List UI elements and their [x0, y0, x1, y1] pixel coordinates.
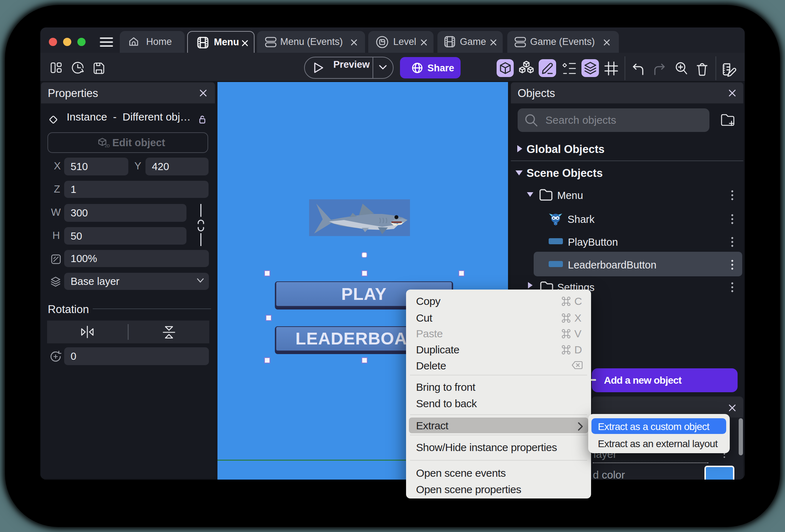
svg-text:2D: 2D — [105, 144, 110, 148]
